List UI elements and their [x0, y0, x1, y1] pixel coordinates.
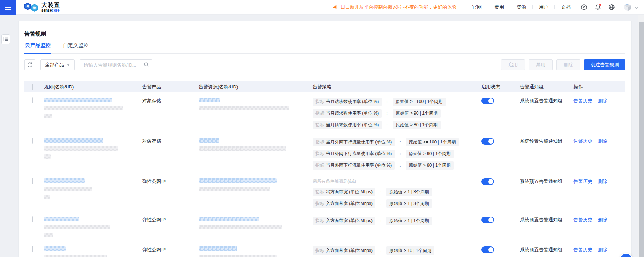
alert-rules-panel: 告警规则 云产品监控 自定义监控 全部产品	[18, 21, 632, 257]
tab-custom-monitor[interactable]: 自定义监控	[62, 42, 89, 53]
enable-toggle[interactable]	[481, 246, 494, 253]
enable-button[interactable]: 启用	[501, 59, 525, 70]
col-actions: 操作	[573, 84, 625, 90]
refresh-icon	[27, 62, 33, 68]
tab-cloud-product-monitor[interactable]: 云产品监控	[24, 42, 51, 54]
select-all-checkbox[interactable]	[32, 84, 33, 90]
redacted-rule-name	[44, 178, 85, 183]
col-rule: 规则(名称&ID)	[44, 84, 142, 90]
redacted-rule-id	[44, 114, 52, 118]
policy-condition: 原始值 > 1 | 1个周期	[386, 217, 432, 225]
delete-link[interactable]: 删除	[598, 217, 607, 222]
compass-icon[interactable]	[577, 0, 591, 15]
alert-history-link[interactable]: 告警历史	[573, 98, 592, 103]
rule-name-cell[interactable]	[44, 241, 142, 257]
enable-toggle[interactable]	[481, 217, 494, 223]
policy-metric: 出方向带宽 (单位:Mbps)	[326, 189, 373, 194]
policy-cell: 指标入方向带宽 (单位:Mbps)：原始值 > 1 | 1个周期	[313, 211, 481, 241]
rule-name-cell[interactable]	[44, 211, 142, 241]
row-checkbox[interactable]	[32, 216, 33, 222]
vertical-scrollbar[interactable]	[638, 15, 644, 257]
user-avatar[interactable]	[623, 3, 637, 12]
globe-icon[interactable]	[605, 0, 619, 15]
col-policy: 告警策略	[313, 84, 481, 90]
redacted-resource-name	[199, 178, 277, 183]
row-checkbox[interactable]	[32, 178, 33, 184]
policy-metric: 当月外网下行流量使用率 (单位:%)	[326, 139, 392, 145]
redacted-rule-id	[44, 106, 123, 110]
refresh-button[interactable]	[24, 59, 35, 70]
policy-condition: 原始值 >= 100 | 1个周期	[406, 138, 458, 146]
rule-name-cell[interactable]	[44, 92, 142, 133]
delete-link[interactable]: 删除	[598, 98, 607, 103]
disable-button[interactable]: 禁用	[529, 59, 553, 70]
create-alert-rule-button[interactable]: 创建告警规则	[584, 59, 625, 70]
scrollbar-thumb[interactable]	[639, 22, 644, 257]
redacted-rule-name	[44, 246, 66, 251]
policy-condition: 原始值 > 90 | 1个周期	[393, 109, 440, 118]
delete-link[interactable]: 删除	[598, 138, 607, 144]
nav-link-official[interactable]: 官网	[466, 4, 488, 11]
col-product: 告警产品	[142, 84, 199, 90]
bell-icon[interactable]	[591, 0, 605, 15]
enable-toggle[interactable]	[481, 178, 494, 185]
row-checkbox[interactable]	[32, 246, 33, 252]
policy-cell: 指标入方向带宽 (单位:Mbps)：原始值 > 10 | 1个周期	[313, 241, 481, 257]
product-filter-select[interactable]: 全部产品	[40, 59, 75, 70]
page-content: 告警规则 云产品监控 自定义监控 全部产品	[0, 15, 644, 257]
collapse-sidebar-button[interactable]	[1, 34, 10, 44]
redacted-rule-id	[44, 154, 51, 159]
table-row: 弹性公网IP 指标入方向带宽 (单位:Mbps)：原始值 > 1 | 1个周期 …	[24, 211, 625, 241]
policy-cell: 需所有条件都满足(&&) 指标出方向带宽 (单位:Mbps)：原始值 > 1 |…	[313, 173, 481, 211]
row-checkbox[interactable]	[32, 138, 33, 144]
alert-history-link[interactable]: 告警历史	[573, 217, 592, 222]
nav-link-users[interactable]: 用户	[533, 4, 554, 11]
nav-link-resources[interactable]: 资源	[510, 4, 532, 11]
toolbar: 全部产品 启用 禁用 删除 创建告警规则	[24, 59, 625, 70]
resource-cell[interactable]	[199, 173, 313, 211]
redacted-resource-name	[199, 98, 220, 102]
megaphone-icon	[333, 4, 338, 10]
notification-dot	[599, 4, 601, 6]
chevron-down-icon	[635, 4, 639, 8]
enable-toggle[interactable]	[481, 138, 494, 145]
product-cell: 弹性公网IP	[142, 241, 199, 257]
resource-cell[interactable]	[199, 92, 313, 133]
policy-condition: 原始值 >= 100 | 1个周期	[393, 98, 445, 106]
col-notify-group: 告警通知组	[520, 84, 573, 90]
hamburger-menu-button[interactable]	[0, 0, 16, 15]
resource-cell[interactable]	[199, 211, 313, 241]
notify-group-cell: 系统预置告警通知组	[520, 173, 573, 211]
resource-cell[interactable]	[199, 133, 313, 173]
row-checkbox[interactable]	[32, 97, 33, 103]
alert-history-link[interactable]: 告警历史	[573, 179, 592, 184]
table-row: 弹性公网IP 需所有条件都满足(&&) 指标出方向带宽 (单位:Mbps)：原始…	[24, 173, 625, 211]
product-filter-value: 全部产品	[45, 62, 64, 68]
brand-title: 大装置	[41, 2, 60, 8]
policy-metric: 当月请求数使用率 (单位:%)	[326, 122, 379, 127]
nav-link-docs[interactable]: 文档	[555, 4, 577, 11]
redacted-rule-id	[44, 187, 92, 191]
announcement-banner[interactable]: 日日新开放平台控制台搬家啦~不变的功能，更好的体验	[333, 4, 457, 11]
policy-metric: 入方向带宽 (单位:Mbps)	[326, 248, 373, 253]
redacted-resource-name	[199, 217, 259, 221]
redacted-resource-id	[199, 187, 270, 191]
brand-logo[interactable]: 大装置 sensecore	[24, 2, 60, 12]
policy-precondition: 需所有条件都满足(&&)	[313, 178, 478, 185]
delete-link[interactable]: 删除	[598, 247, 607, 252]
enable-toggle[interactable]	[481, 98, 494, 104]
rule-name-cell[interactable]	[44, 133, 142, 173]
delete-link[interactable]: 删除	[598, 179, 607, 184]
product-cell: 对象存储	[142, 92, 199, 133]
redacted-resource-id	[199, 255, 277, 257]
alert-history-link[interactable]: 告警历史	[573, 247, 592, 252]
rule-name-cell[interactable]	[44, 173, 142, 211]
policy-metric: 入方向带宽 (单位:Mbps)	[326, 218, 373, 223]
search-input[interactable]	[80, 59, 152, 70]
delete-button[interactable]: 删除	[556, 59, 580, 70]
alert-history-link[interactable]: 告警历史	[573, 138, 592, 144]
resource-cell[interactable]	[199, 241, 313, 257]
notify-group-cell: 系统预置告警通知组	[520, 211, 573, 241]
nav-link-billing[interactable]: 费用	[488, 4, 510, 11]
notify-group-cell: 系统预置告警通知组	[520, 241, 573, 257]
